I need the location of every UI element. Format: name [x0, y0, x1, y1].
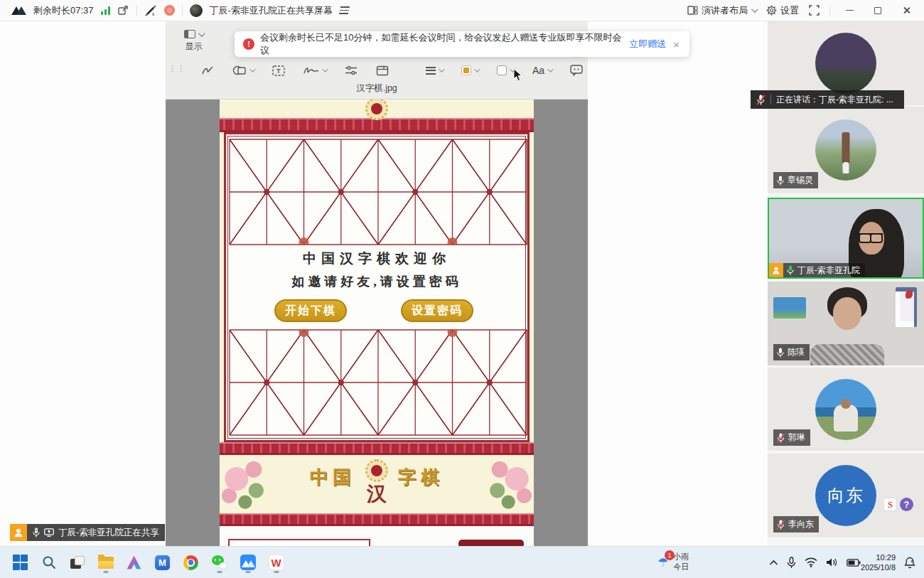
- clock-time: 10:29: [861, 552, 896, 562]
- photo-bottom-strip: [220, 526, 534, 546]
- mouse-cursor: [513, 68, 524, 82]
- search-button[interactable]: [40, 551, 58, 574]
- participant-name: 郭琳: [788, 432, 805, 444]
- mail-app-button[interactable]: M: [154, 551, 171, 574]
- battery-icon[interactable]: [847, 559, 861, 567]
- banner-text: 会议剩余时长已不足10分钟，如需延长会议时间，给会议发起人赠送专业版即享不限时会…: [260, 31, 622, 57]
- sharing-status-text: 丁辰-索非亚孔院正在共享: [58, 527, 159, 539]
- decorative-band: [220, 442, 534, 455]
- svg-text:z: z: [911, 558, 913, 562]
- meeting-icon: [240, 555, 256, 570]
- svg-text:6: 6: [152, 12, 155, 16]
- file-explorer-button[interactable]: [97, 551, 114, 574]
- sharing-menu-icon[interactable]: [339, 6, 350, 14]
- notification-count-badge: 1: [665, 550, 675, 560]
- input-method-bar: S ?: [883, 498, 913, 511]
- sidebar-toggle-icon: [184, 30, 195, 38]
- show-sidebar-control: 显示: [184, 30, 203, 53]
- settings-button[interactable]: 设置: [766, 4, 799, 17]
- weather-day: 今日: [673, 562, 689, 572]
- share-window-icon[interactable]: [117, 4, 129, 16]
- participant-tile[interactable]: 章锡灵: [768, 107, 924, 193]
- active-speaker-tile[interactable]: 丁辰-索非亚孔院: [768, 198, 924, 279]
- board-river: 中国汉字棋欢迎你 如邀请好友,请设置密码 开始下棋 设置密码: [227, 245, 526, 329]
- avatar: [815, 119, 876, 181]
- divider: [829, 6, 830, 16]
- participant-tile[interactable]: 陈瑛: [768, 282, 924, 365]
- shared-screen-region: ⋮⋮ 显示 T Aa 汉字棋.jpg: [166, 21, 588, 546]
- participant-name: 李向东: [788, 518, 814, 530]
- bell-icon: z: [904, 557, 915, 569]
- minimize-button[interactable]: [840, 4, 859, 18]
- crop-tool-icon: [376, 65, 389, 76]
- shapes-tool-icon: [232, 65, 254, 76]
- preview-canvas: 中国汉字棋欢迎你 如邀请好友,请设置密码 开始下棋 设置密码: [166, 100, 588, 546]
- meeting-time-banner: ! 会议剩余时长已不足10分钟，如需延长会议时间，给会议发起人赠送专业版即享不限…: [235, 31, 689, 57]
- board-frame-wrap: 中国汉字棋欢迎你 如邀请好友,请设置密码 开始下棋 设置密码: [220, 132, 534, 442]
- tray-expand-icon[interactable]: [769, 560, 778, 566]
- speaking-toast: 正在讲话：丁辰-索非亚孔院: ...: [751, 90, 904, 109]
- maximize-button[interactable]: [869, 4, 887, 18]
- fill-color-icon: [497, 65, 514, 75]
- start-game-button: 开始下棋: [274, 299, 347, 322]
- fullscreen-icon[interactable]: [809, 5, 820, 16]
- divider: [182, 6, 183, 16]
- record-indicator-icon[interactable]: [164, 5, 175, 16]
- photo-top-band: [220, 100, 534, 118]
- network-signal-icon[interactable]: [101, 6, 110, 15]
- partial-red-button: [458, 540, 524, 546]
- wifi-icon[interactable]: [805, 557, 817, 567]
- start-button[interactable]: [11, 551, 29, 574]
- text-tool-icon: T: [272, 65, 285, 76]
- mail-icon: M: [155, 555, 170, 570]
- adjust-tool-icon: [345, 65, 358, 75]
- meeting-window: 剩余时长07:37 6 丁辰-索非亚孔院正在共享屏幕 演讲者布局 设置: [0, 0, 924, 578]
- participant-tile[interactable]: 郭琳: [768, 368, 924, 451]
- chrome-button[interactable]: [182, 551, 200, 574]
- board-grid-bottom: [227, 329, 529, 436]
- markup-tools-row: T Aa: [201, 58, 566, 82]
- mic-muted-icon: [777, 433, 785, 443]
- svg-text:T: T: [276, 68, 281, 75]
- notification-center-button[interactable]: z: [904, 547, 915, 578]
- help-icon[interactable]: ?: [900, 498, 913, 511]
- welcome-line1: 中国汉字棋欢迎你: [227, 245, 526, 268]
- layout-switch-button[interactable]: 演讲者布局: [687, 4, 756, 17]
- show-label: 显示: [184, 41, 203, 53]
- tray-mic-icon[interactable]: [787, 557, 796, 569]
- wechat-button[interactable]: [210, 551, 228, 574]
- mic-on-icon: [777, 348, 784, 358]
- brand-band: 中国 汉 字棋: [220, 455, 534, 513]
- layout-icon: [687, 6, 698, 15]
- weather-condition: 小雨: [673, 552, 689, 562]
- umbrella-icon: ☂ 1: [657, 555, 668, 570]
- participant-name: 陈瑛: [788, 346, 805, 358]
- design-app-button[interactable]: [125, 551, 143, 574]
- remaining-time-label: 剩余时长07:37: [33, 4, 94, 17]
- taskbar-clock[interactable]: 10:29 2025/10/8: [861, 547, 896, 578]
- tencent-meeting-button[interactable]: [239, 551, 257, 574]
- close-button[interactable]: [897, 4, 915, 18]
- annotation-off-icon[interactable]: 6: [144, 4, 157, 17]
- signature-tool-icon: [303, 65, 326, 75]
- peony-flower-left: [218, 458, 279, 510]
- system-tray: [769, 547, 861, 578]
- sketch-tool-icon: [201, 65, 214, 76]
- windows-taskbar: M W ☂ 1 小雨 今日 10:29 2025/10/8: [0, 546, 924, 578]
- sogou-input-icon[interactable]: S: [883, 498, 897, 511]
- task-view-button[interactable]: [68, 551, 86, 574]
- mic-on-icon: [33, 528, 40, 537]
- a-logo-icon: [127, 556, 141, 569]
- host-badge-icon: [769, 263, 783, 277]
- speaking-toast-text: 正在讲话：丁辰-索非亚孔院: ...: [776, 94, 893, 106]
- speaker-icon[interactable]: [826, 557, 838, 567]
- weather-widget[interactable]: ☂ 1 小雨 今日: [657, 547, 689, 578]
- brand-left-text: 中国: [310, 465, 355, 490]
- wps-button[interactable]: W: [267, 551, 285, 574]
- preview-filename: 汉字棋.jpg: [166, 82, 588, 95]
- banner-close-icon[interactable]: ×: [672, 38, 681, 50]
- gift-now-link[interactable]: 立即赠送: [629, 38, 666, 50]
- wps-icon: W: [269, 555, 284, 570]
- mic-on-icon: [777, 176, 784, 186]
- participant-tile[interactable]: 向东 李向东: [768, 454, 924, 537]
